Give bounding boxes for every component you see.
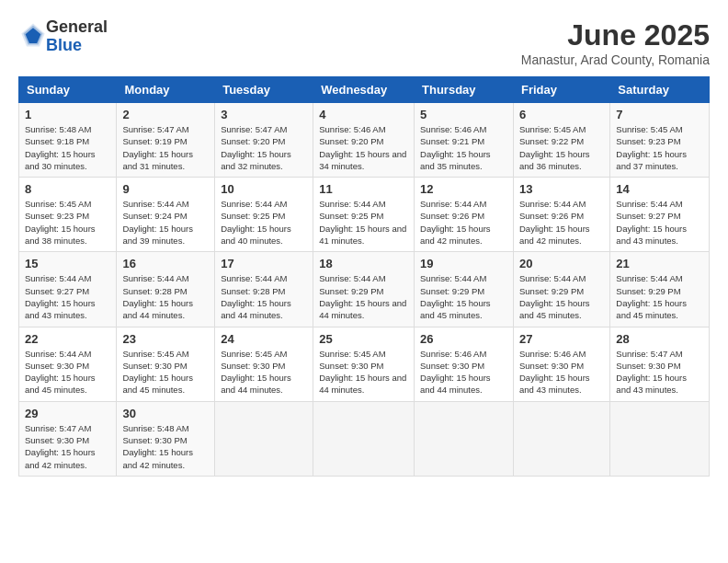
header-row: Sunday Monday Tuesday Wednesday Thursday… [19, 77, 710, 103]
calendar-cell [513, 401, 609, 476]
calendar-cell: 9 Sunrise: 5:44 AMSunset: 9:24 PMDayligh… [117, 178, 215, 252]
day-number: 10 [221, 182, 307, 196]
calendar-cell: 13 Sunrise: 5:44 AMSunset: 9:26 PMDaylig… [513, 178, 609, 252]
calendar-cell: 14 Sunrise: 5:44 AMSunset: 9:27 PMDaylig… [610, 178, 710, 252]
day-number: 2 [122, 108, 209, 121]
calendar-cell: 15 Sunrise: 5:44 AMSunset: 9:27 PMDaylig… [19, 252, 117, 327]
col-wednesday: Wednesday [313, 77, 415, 103]
calendar-cell [313, 401, 415, 476]
day-info: Sunrise: 5:44 AMSunset: 9:28 PMDaylight:… [122, 273, 193, 320]
calendar-cell: 2 Sunrise: 5:47 AMSunset: 9:19 PMDayligh… [117, 103, 215, 178]
day-info: Sunrise: 5:45 AMSunset: 9:23 PMDaylight:… [25, 199, 96, 246]
calendar-cell: 8 Sunrise: 5:45 AMSunset: 9:23 PMDayligh… [19, 178, 117, 252]
day-info: Sunrise: 5:48 AMSunset: 9:30 PMDaylight:… [122, 423, 193, 470]
day-info: Sunrise: 5:44 AMSunset: 9:29 PMDaylight:… [319, 273, 406, 320]
day-info: Sunrise: 5:44 AMSunset: 9:29 PMDaylight:… [519, 273, 590, 320]
day-number: 22 [25, 332, 110, 346]
day-number: 17 [221, 257, 307, 270]
day-number: 7 [616, 108, 703, 121]
day-number: 12 [420, 182, 507, 196]
day-info: Sunrise: 5:44 AMSunset: 9:26 PMDaylight:… [420, 199, 491, 246]
calendar-week-3: 15 Sunrise: 5:44 AMSunset: 9:27 PMDaylig… [19, 252, 710, 327]
day-info: Sunrise: 5:47 AMSunset: 9:30 PMDaylight:… [25, 423, 96, 470]
day-info: Sunrise: 5:44 AMSunset: 9:24 PMDaylight:… [122, 199, 193, 246]
calendar-cell: 17 Sunrise: 5:44 AMSunset: 9:28 PMDaylig… [215, 252, 313, 327]
calendar-cell: 12 Sunrise: 5:44 AMSunset: 9:26 PMDaylig… [415, 178, 514, 252]
col-sunday: Sunday [19, 77, 117, 103]
calendar-cell: 23 Sunrise: 5:45 AMSunset: 9:30 PMDaylig… [117, 327, 215, 401]
day-number: 20 [519, 257, 604, 270]
day-number: 6 [519, 108, 604, 121]
day-info: Sunrise: 5:44 AMSunset: 9:25 PMDaylight:… [221, 199, 291, 246]
calendar-week-4: 22 Sunrise: 5:44 AMSunset: 9:30 PMDaylig… [19, 327, 710, 401]
day-number: 8 [25, 182, 110, 196]
day-info: Sunrise: 5:44 AMSunset: 9:25 PMDaylight:… [319, 199, 406, 246]
calendar-week-1: 1 Sunrise: 5:48 AMSunset: 9:18 PMDayligh… [19, 103, 710, 178]
day-info: Sunrise: 5:45 AMSunset: 9:23 PMDaylight:… [616, 124, 687, 171]
title-area: June 2025 Manastur, Arad County, Romania [521, 18, 710, 67]
day-number: 19 [420, 257, 507, 270]
calendar-cell: 6 Sunrise: 5:45 AMSunset: 9:22 PMDayligh… [513, 103, 609, 178]
calendar-body: 1 Sunrise: 5:48 AMSunset: 9:18 PMDayligh… [19, 103, 710, 477]
calendar-cell: 10 Sunrise: 5:44 AMSunset: 9:25 PMDaylig… [215, 178, 313, 252]
day-info: Sunrise: 5:44 AMSunset: 9:29 PMDaylight:… [420, 273, 491, 320]
day-info: Sunrise: 5:44 AMSunset: 9:30 PMDaylight:… [25, 349, 96, 396]
day-info: Sunrise: 5:45 AMSunset: 9:30 PMDaylight:… [122, 349, 193, 396]
calendar-cell: 25 Sunrise: 5:45 AMSunset: 9:30 PMDaylig… [313, 327, 415, 401]
calendar-cell: 29 Sunrise: 5:47 AMSunset: 9:30 PMDaylig… [19, 401, 117, 476]
calendar-subtitle: Manastur, Arad County, Romania [521, 52, 710, 67]
calendar-cell: 28 Sunrise: 5:47 AMSunset: 9:30 PMDaylig… [610, 327, 710, 401]
day-number: 1 [25, 108, 110, 121]
day-number: 30 [122, 407, 209, 420]
calendar-cell: 19 Sunrise: 5:44 AMSunset: 9:29 PMDaylig… [415, 252, 514, 327]
day-number: 28 [616, 332, 703, 346]
col-tuesday: Tuesday [215, 77, 313, 103]
day-info: Sunrise: 5:47 AMSunset: 9:19 PMDaylight:… [122, 124, 193, 171]
calendar-cell: 4 Sunrise: 5:46 AMSunset: 9:20 PMDayligh… [313, 103, 415, 178]
day-info: Sunrise: 5:44 AMSunset: 9:28 PMDaylight:… [221, 273, 291, 320]
day-info: Sunrise: 5:45 AMSunset: 9:22 PMDaylight:… [519, 124, 590, 171]
calendar-cell: 18 Sunrise: 5:44 AMSunset: 9:29 PMDaylig… [313, 252, 415, 327]
col-saturday: Saturday [610, 77, 710, 103]
day-number: 5 [420, 108, 507, 121]
calendar-title: June 2025 [521, 18, 710, 52]
calendar-cell [215, 401, 313, 476]
calendar-cell: 5 Sunrise: 5:46 AMSunset: 9:21 PMDayligh… [415, 103, 514, 178]
logo-icon [20, 22, 46, 48]
day-number: 23 [122, 332, 209, 346]
day-info: Sunrise: 5:44 AMSunset: 9:27 PMDaylight:… [25, 273, 96, 320]
day-number: 25 [319, 332, 408, 346]
day-number: 15 [25, 257, 110, 270]
logo-blue: Blue [46, 36, 82, 54]
calendar-cell: 7 Sunrise: 5:45 AMSunset: 9:23 PMDayligh… [610, 103, 710, 178]
day-info: Sunrise: 5:45 AMSunset: 9:30 PMDaylight:… [319, 349, 406, 396]
logo-text: General Blue [46, 18, 108, 55]
day-info: Sunrise: 5:46 AMSunset: 9:30 PMDaylight:… [420, 349, 491, 396]
day-number: 18 [319, 257, 408, 270]
calendar-cell: 24 Sunrise: 5:45 AMSunset: 9:30 PMDaylig… [215, 327, 313, 401]
calendar-table: Sunday Monday Tuesday Wednesday Thursday… [18, 76, 710, 477]
day-number: 14 [616, 182, 703, 196]
day-info: Sunrise: 5:46 AMSunset: 9:30 PMDaylight:… [519, 349, 590, 396]
day-info: Sunrise: 5:45 AMSunset: 9:30 PMDaylight:… [221, 349, 291, 396]
calendar-cell: 22 Sunrise: 5:44 AMSunset: 9:30 PMDaylig… [19, 327, 117, 401]
day-number: 29 [25, 407, 110, 420]
day-number: 13 [519, 182, 604, 196]
day-number: 26 [420, 332, 507, 346]
calendar-cell: 27 Sunrise: 5:46 AMSunset: 9:30 PMDaylig… [513, 327, 609, 401]
day-info: Sunrise: 5:44 AMSunset: 9:27 PMDaylight:… [616, 199, 687, 246]
col-monday: Monday [117, 77, 215, 103]
calendar-cell: 1 Sunrise: 5:48 AMSunset: 9:18 PMDayligh… [19, 103, 117, 178]
calendar-cell [610, 401, 710, 476]
day-number: 27 [519, 332, 604, 346]
page-header: General Blue June 2025 Manastur, Arad Co… [18, 18, 710, 67]
calendar-cell: 21 Sunrise: 5:44 AMSunset: 9:29 PMDaylig… [610, 252, 710, 327]
day-info: Sunrise: 5:44 AMSunset: 9:26 PMDaylight:… [519, 199, 590, 246]
calendar-week-2: 8 Sunrise: 5:45 AMSunset: 9:23 PMDayligh… [19, 178, 710, 252]
day-number: 9 [122, 182, 209, 196]
day-info: Sunrise: 5:44 AMSunset: 9:29 PMDaylight:… [616, 273, 687, 320]
col-friday: Friday [513, 77, 609, 103]
calendar-week-5: 29 Sunrise: 5:47 AMSunset: 9:30 PMDaylig… [19, 401, 710, 476]
day-number: 24 [221, 332, 307, 346]
day-number: 21 [616, 257, 703, 270]
